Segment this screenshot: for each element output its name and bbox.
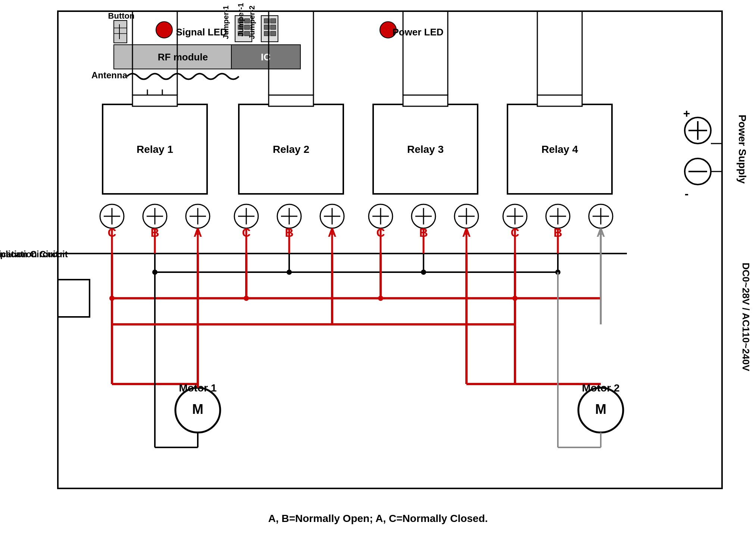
- svg-rect-19: [271, 31, 276, 36]
- svg-rect-30: [537, 95, 582, 106]
- svg-rect-24: [132, 95, 177, 106]
- power-supply-label: Power Supply: [737, 114, 748, 184]
- rf-module-label: RF module: [158, 51, 208, 63]
- power-plus-label: +: [683, 107, 690, 120]
- relay3-label: Relay 3: [407, 144, 444, 155]
- svg-rect-28: [403, 95, 448, 106]
- relay2-label: Relay 2: [273, 144, 309, 155]
- svg-text:Jumper-2: Jumper-2: [248, 6, 256, 39]
- motor1-symbol: M: [192, 402, 203, 417]
- voltage-label: DC0~28V / AC110~240V: [740, 262, 752, 371]
- relay1-label: Relay 1: [137, 144, 173, 155]
- app-circuit-text: Application Circuit: [0, 249, 68, 259]
- antenna-label: Antenna: [91, 70, 128, 80]
- svg-rect-15: [271, 19, 276, 23]
- power-led-label: Power LED: [392, 26, 443, 38]
- motor2-symbol: M: [595, 402, 606, 417]
- button-label: Button: [108, 11, 135, 21]
- relay4-label: Relay 4: [541, 144, 578, 155]
- svg-rect-1: [114, 21, 127, 43]
- motor2-label: Motor 2: [582, 382, 619, 394]
- signal-led: [156, 22, 172, 38]
- svg-text:Jumper-1: Jumper-1: [222, 6, 230, 39]
- signal-led-label: Signal LED: [176, 26, 227, 38]
- diagram-container: Button Signal LED Jumper-1 Jumper-1 Jump…: [0, 0, 756, 538]
- svg-rect-26: [269, 95, 313, 106]
- power-minus-label: -: [685, 187, 689, 200]
- footnote-label: A, B=Normally Open; A, C=Normally Closed…: [268, 513, 488, 524]
- svg-rect-17: [271, 25, 276, 29]
- jumper1-label: Jumper-1: [237, 3, 245, 37]
